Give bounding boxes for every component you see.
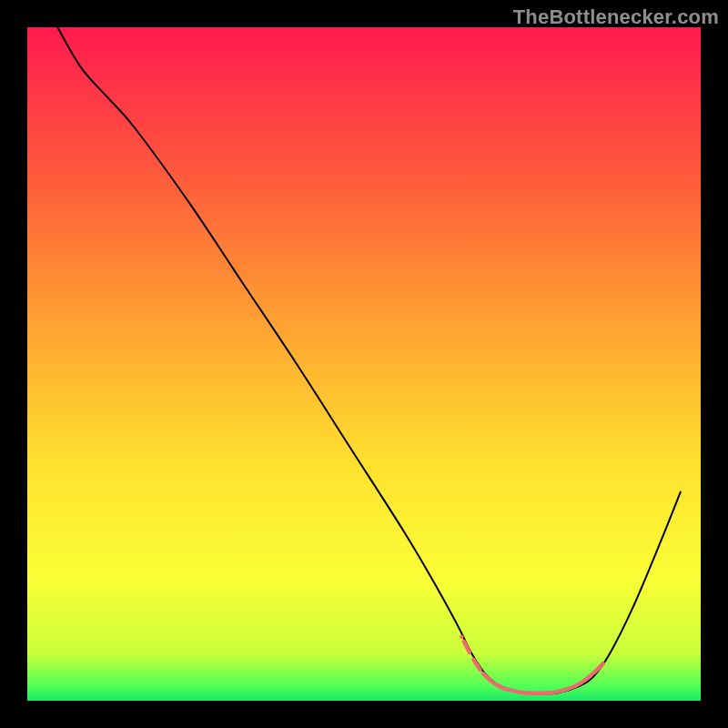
svg-line-10 bbox=[564, 688, 571, 691]
svg-line-5 bbox=[513, 691, 521, 693]
chart-root: TheBottlenecker.com bbox=[0, 0, 728, 728]
svg-line-9 bbox=[554, 691, 561, 693]
svg-point-15 bbox=[601, 662, 605, 666]
svg-line-8 bbox=[543, 693, 551, 693]
plot-background bbox=[27, 27, 701, 701]
watermark-text: TheBottlenecker.com bbox=[513, 5, 719, 29]
svg-line-4 bbox=[503, 688, 511, 690]
chart-svg bbox=[0, 0, 728, 728]
svg-point-14 bbox=[460, 634, 464, 639]
svg-line-6 bbox=[523, 693, 531, 693]
